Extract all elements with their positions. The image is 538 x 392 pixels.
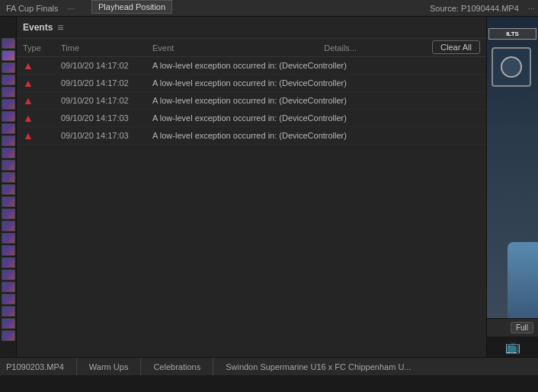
- bottom-item-celebrations: Celebrations: [141, 358, 213, 375]
- speaker-icon[interactable]: 📺: [505, 339, 520, 354]
- video-preview: ILTS: [487, 17, 538, 318]
- col-time-4: 09/10/20 14:17:03: [61, 113, 152, 123]
- events-header: Events ≡: [17, 17, 486, 39]
- clip-thumb-12[interactable]: [2, 172, 15, 183]
- table-row[interactable]: ▲ 09/10/20 14:17:02 A low-level exceptio…: [17, 92, 486, 110]
- clip-thumb-17[interactable]: [2, 233, 15, 244]
- full-button[interactable]: Full: [511, 322, 533, 333]
- person-silhouette: [508, 242, 538, 318]
- clip-thumb-7[interactable]: [2, 111, 15, 122]
- table-row[interactable]: ▲ 09/10/20 14:17:03 A low-level exceptio…: [17, 110, 486, 127]
- clip-thumb-20[interactable]: [2, 269, 15, 280]
- crest-circle: [501, 56, 522, 78]
- title-fa-cup: FA Cup Finals: [0, 4, 64, 13]
- col-header-event: Event: [152, 43, 480, 53]
- bottom-item-filename: P1090203.MP4: [6, 358, 77, 375]
- clip-thumb-9[interactable]: [2, 135, 15, 146]
- playhead-tooltip: Playhead Position: [91, 0, 172, 14]
- clip-thumb-11[interactable]: [2, 160, 15, 171]
- source-label: Source: P1090444.MP4: [424, 4, 525, 13]
- clip-thumb-19[interactable]: [2, 257, 15, 268]
- warning-icon-4: ▲: [23, 112, 34, 124]
- crest-overlay: [492, 47, 531, 87]
- bottom-bar: P1090203.MP4 Warm Ups Celebrations Swind…: [0, 357, 538, 375]
- bottom-item-warmups: Warm Ups: [77, 358, 142, 375]
- clip-thumb-2[interactable]: [2, 50, 15, 61]
- clip-thumb-25[interactable]: [2, 330, 15, 341]
- events-menu-icon[interactable]: ≡: [57, 21, 63, 33]
- events-panel: Events ≡ Type Time Event Details... Clea…: [17, 17, 486, 357]
- warning-icon-2: ▲: [23, 77, 34, 89]
- events-table: ▲ 09/10/20 14:17:02 A low-level exceptio…: [17, 57, 486, 357]
- warning-icon-5: ▲: [23, 129, 34, 142]
- bottom-item-match: Swindon Supermarine U16 x FC Chippenham …: [213, 358, 423, 375]
- clip-thumb-10[interactable]: [2, 148, 15, 158]
- col-header-time: Time: [61, 43, 152, 53]
- clip-thumb-16[interactable]: [2, 221, 15, 231]
- col-type-5: ▲: [23, 129, 61, 142]
- col-time-2: 09/10/20 14:17:02: [61, 78, 152, 88]
- clip-thumb-4[interactable]: [2, 75, 15, 85]
- clip-thumb-14[interactable]: [2, 196, 15, 207]
- clip-thumb-1[interactable]: [2, 38, 15, 49]
- clip-thumb-22[interactable]: [2, 294, 15, 304]
- clip-thumb-13[interactable]: [2, 184, 15, 195]
- clip-thumb-24[interactable]: [2, 318, 15, 329]
- clip-thumb-15[interactable]: [2, 209, 15, 219]
- badge-overlay: ILTS: [488, 28, 536, 40]
- table-row[interactable]: ▲ 09/10/20 14:17:02 A low-level exceptio…: [17, 57, 486, 75]
- col-event-5: A low-level exception occurred in: (Devi…: [152, 131, 480, 140]
- col-type-4: ▲: [23, 112, 61, 124]
- clip-thumb-8[interactable]: [2, 123, 15, 134]
- col-header-type: Type: [23, 43, 61, 53]
- clear-all-button[interactable]: Clear All: [432, 40, 480, 54]
- col-type-2: ▲: [23, 77, 61, 89]
- main-layout: Events ≡ Type Time Event Details... Clea…: [0, 17, 538, 357]
- table-row[interactable]: ▲ 09/10/20 14:17:03 A low-level exceptio…: [17, 127, 486, 145]
- col-event-3: A low-level exception occurred in: (Devi…: [152, 96, 480, 105]
- col-header-details: Details...: [324, 43, 418, 53]
- warning-icon-3: ▲: [23, 94, 34, 107]
- badge-text: ILTS: [506, 30, 519, 37]
- speaker-icon-area: 📺: [487, 336, 538, 357]
- col-event-2: A low-level exception occurred in: (Devi…: [152, 78, 480, 88]
- full-btn-area: Full: [487, 318, 538, 336]
- col-type-1: ▲: [23, 59, 61, 72]
- col-event-1: A low-level exception occurred in: (Devi…: [152, 61, 480, 70]
- clip-thumb-5[interactable]: [2, 87, 15, 97]
- clip-thumb-6[interactable]: [2, 99, 15, 110]
- col-type-3: ▲: [23, 94, 61, 107]
- source-dots[interactable]: ···: [525, 4, 538, 13]
- table-header-row: Type Time Event Details... Clear All: [17, 39, 486, 57]
- col-time-5: 09/10/20 14:17:03: [61, 131, 152, 140]
- warning-icon-1: ▲: [23, 59, 34, 72]
- clip-thumb-3[interactable]: [2, 62, 15, 73]
- table-row[interactable]: ▲ 09/10/20 14:17:02 A low-level exceptio…: [17, 75, 486, 92]
- top-bar: FA Cup Finals ··· Source: P1090444.MP4 ·…: [0, 0, 538, 17]
- right-panel: ILTS Full 📺: [486, 17, 538, 357]
- timeline-sidebar: [0, 17, 17, 357]
- events-title: Events: [23, 22, 53, 33]
- top-bar-dots[interactable]: ···: [64, 4, 77, 13]
- col-event-4: A low-level exception occurred in: (Devi…: [152, 113, 480, 123]
- clip-thumb-23[interactable]: [2, 306, 15, 317]
- col-time-3: 09/10/20 14:17:02: [61, 96, 152, 105]
- col-time-1: 09/10/20 14:17:02: [61, 61, 152, 70]
- clip-thumb-21[interactable]: [2, 282, 15, 292]
- clip-thumb-18[interactable]: [2, 245, 15, 256]
